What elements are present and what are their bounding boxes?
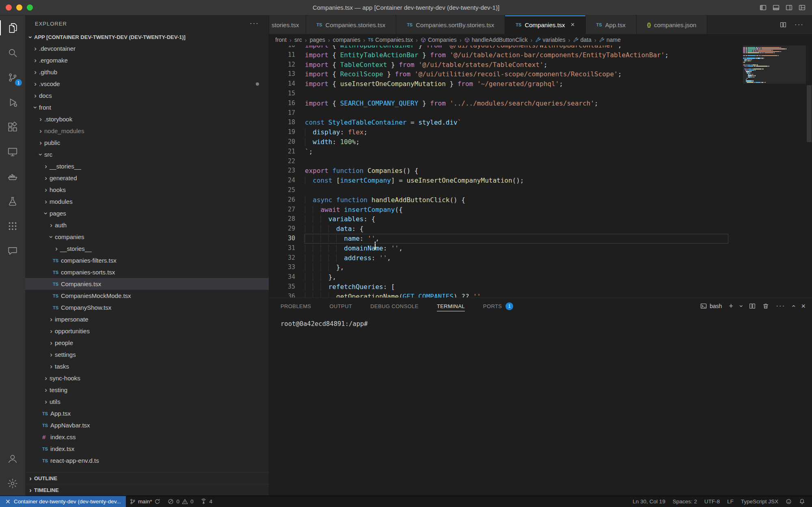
views-and-more-actions-icon[interactable]: ···	[250, 19, 259, 28]
tree-file-react-app-env.d.ts[interactable]: TSreact-app-env.d.ts	[25, 455, 269, 466]
code-line-26[interactable]: 26 async function handleAddButtonClick()…	[269, 195, 812, 205]
breadcrumb-item-handleAddButtonClick[interactable]: handleAddButtonClick	[464, 37, 528, 43]
code-line-11[interactable]: 11import { EntityTableActionBar } from '…	[269, 50, 812, 60]
status-item-1[interactable]: Spaces: 2	[669, 496, 701, 507]
comment-icon[interactable]	[0, 238, 25, 263]
more-actions-icon[interactable]: ···	[795, 21, 804, 29]
code-line-15[interactable]: 15	[269, 89, 812, 99]
tree-folder-companies[interactable]: ›companies	[25, 231, 269, 243]
workspace-section-header[interactable]: › APP [CONTAINER DEV-TWENTY-DEV (DEV-TWE…	[25, 32, 269, 43]
account-icon[interactable]	[0, 446, 25, 471]
tab-App.tsx[interactable]: TSApp.tsx	[586, 15, 637, 34]
minimap[interactable]	[743, 45, 806, 83]
tree-file-Companies.tsx[interactable]: TSCompanies.tsx	[25, 278, 269, 290]
breadcrumb-item-data[interactable]: data	[573, 37, 592, 43]
panel-tab-terminal[interactable]: TERMINAL	[437, 298, 465, 314]
outline-section-header[interactable]: › OUTLINE	[25, 472, 269, 484]
code-line-10[interactable]: 10import { WithTopBarContainer } from '@…	[269, 45, 812, 50]
ports-status[interactable]: 4	[197, 496, 216, 507]
search-icon[interactable]	[0, 40, 25, 65]
code-line-36[interactable]: 36 getOperationName(GET_COMPANIES) ?? ''…	[269, 292, 812, 298]
tree-file-CompaniesMockMode.tsx[interactable]: TSCompaniesMockMode.tsx	[25, 290, 269, 302]
code-editor[interactable]: 10import { WithTopBarContainer } from '@…	[269, 45, 812, 298]
notifications-status[interactable]	[795, 496, 809, 507]
close-window-button[interactable]	[6, 4, 12, 11]
tree-folder-src[interactable]: ›src	[25, 149, 269, 160]
docker-icon[interactable]	[0, 164, 25, 189]
remote-indicator[interactable]: Container dev-twenty-dev (dev-twenty-dev…	[0, 496, 126, 507]
breadcrumb-item-variables[interactable]: variables	[536, 37, 566, 43]
panel-tab-ports[interactable]: PORTS1	[483, 298, 514, 314]
tree-folder-utils[interactable]: ›utils	[25, 396, 269, 408]
zoom-window-button[interactable]	[27, 4, 33, 11]
terminal-dropdown-icon[interactable]: ›	[738, 305, 745, 307]
code-line-35[interactable]: 35 refetchQueries: [	[269, 282, 812, 292]
panel-tab-debug-console[interactable]: DEBUG CONSOLE	[370, 298, 419, 314]
tree-folder-docs[interactable]: ›docs	[25, 90, 269, 101]
tab-Companies.sortBy.stories.tsx[interactable]: TSCompanies.sortBy.stories.tsx	[396, 15, 505, 34]
tree-folder-impersonate[interactable]: ›impersonate	[25, 313, 269, 325]
code-line-28[interactable]: 28 variables: {	[269, 214, 812, 224]
tree-folder-auth[interactable]: ›auth	[25, 219, 269, 231]
tree-folder-sync-hooks[interactable]: ›sync-hooks	[25, 372, 269, 384]
tab-Companies.tsx[interactable]: TSCompanies.tsx×	[505, 15, 585, 34]
tree-folder-.ergomake[interactable]: ›.ergomake	[25, 54, 269, 66]
tree-folder-testing[interactable]: ›testing	[25, 384, 269, 396]
code-line-16[interactable]: 16import { SEARCH_COMPANY_QUERY } from '…	[269, 99, 812, 108]
split-editor-icon[interactable]	[780, 22, 786, 28]
breadcrumb-item-companies[interactable]: companies	[333, 37, 361, 43]
tree-file-index.tsx[interactable]: TSindex.tsx	[25, 443, 269, 455]
grid-icon[interactable]	[0, 214, 25, 238]
tree-file-companies-filters.tsx[interactable]: TScompanies-filters.tsx	[25, 255, 269, 266]
close-tab-icon[interactable]: ×	[571, 21, 575, 29]
tree-folder-front[interactable]: ›front	[25, 101, 269, 113]
breadcrumb-item-front[interactable]: front	[275, 37, 287, 43]
tree-file-CompanyShow.tsx[interactable]: TSCompanyShow.tsx	[25, 302, 269, 313]
tree-folder-modules[interactable]: ›modules	[25, 196, 269, 207]
explorer-icon[interactable]	[0, 15, 25, 40]
breadcrumb-item-name[interactable]: name	[599, 37, 621, 43]
code-line-27[interactable]: 27 await insertCompany({	[269, 205, 812, 215]
breadcrumb-item-src[interactable]: src	[294, 37, 302, 43]
code-line-29[interactable]: 29 data: {	[269, 224, 812, 234]
run-debug-icon[interactable]	[0, 90, 25, 114]
remote-explorer-icon[interactable]	[0, 139, 25, 164]
tree-folder-hooks[interactable]: ›hooks	[25, 184, 269, 196]
code-line-25[interactable]: 25	[269, 186, 812, 195]
breadcrumb-item-pages[interactable]: pages	[310, 37, 325, 43]
terminal-selector[interactable]: bash	[700, 303, 722, 309]
tree-folder-.vscode[interactable]: ›.vscode	[25, 78, 269, 90]
vertical-scrollbar[interactable]	[807, 85, 812, 142]
tree-file-App.tsx[interactable]: TSApp.tsx	[25, 408, 269, 419]
code-line-31[interactable]: 31 domainName: '',	[269, 244, 812, 253]
status-item-4[interactable]: TypeScript JSX	[737, 496, 782, 507]
tree-folder-.github[interactable]: ›.github	[25, 66, 269, 78]
code-line-20[interactable]: 20 width: 100%;	[269, 137, 812, 147]
code-line-12[interactable]: 12import { TableContext } from '@/ui/tab…	[269, 60, 812, 70]
new-terminal-icon[interactable]: +	[729, 302, 733, 311]
status-item-0[interactable]: Ln 30, Col 19	[629, 496, 669, 507]
minimize-window-button[interactable]	[16, 4, 22, 11]
code-line-17[interactable]: 17	[269, 108, 812, 118]
settings-gear-icon[interactable]	[0, 471, 25, 496]
tab-Companies.stories.tsx[interactable]: TSCompanies.stories.tsx	[306, 15, 397, 34]
tree-folder-.storybook[interactable]: ›.storybook	[25, 113, 269, 125]
code-line-32[interactable]: 32 address: '',	[269, 253, 812, 263]
breadcrumb-item-Companies.tsx[interactable]: TSCompanies.tsx	[368, 37, 413, 43]
tree-folder-__stories__[interactable]: ›__stories__	[25, 243, 269, 255]
code-line-19[interactable]: 19 display: flex;	[269, 127, 812, 137]
terminal-output[interactable]: root@0a42ecd84891:/app#	[269, 314, 812, 496]
tree-file-companies-sorts.tsx[interactable]: TScompanies-sorts.tsx	[25, 266, 269, 278]
breadcrumb-item-Companies[interactable]: Companies	[421, 37, 457, 43]
problems-status[interactable]: 0 0	[164, 496, 197, 507]
smiley-status[interactable]	[782, 496, 795, 507]
customize-layout-icon[interactable]	[799, 4, 806, 11]
extensions-icon[interactable]	[0, 114, 25, 139]
split-terminal-icon[interactable]	[749, 303, 756, 309]
tree-folder-settings[interactable]: ›settings	[25, 349, 269, 360]
tree-folder-.devcontainer[interactable]: ›.devcontainer	[25, 43, 269, 54]
git-branch-status[interactable]: main*	[126, 496, 164, 507]
tree-folder-opportunities[interactable]: ›opportunities	[25, 325, 269, 337]
code-line-13[interactable]: 13import { RecoilScope } from '@/ui/util…	[269, 69, 812, 79]
tab-companies.json[interactable]: {}companies.json	[637, 15, 708, 34]
